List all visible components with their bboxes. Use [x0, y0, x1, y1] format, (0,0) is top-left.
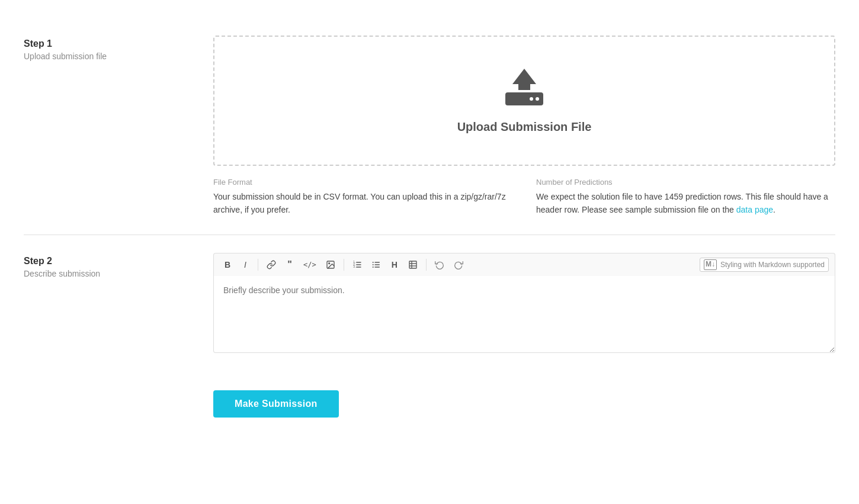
num-predictions-after: . — [773, 205, 775, 214]
svg-point-5 — [328, 262, 329, 264]
toolbar-divider-3 — [426, 259, 427, 271]
num-predictions-col: Number of Predictions We expect the solu… — [536, 178, 835, 217]
data-page-link[interactable]: data page — [736, 205, 773, 214]
file-format-heading: File Format — [213, 178, 512, 187]
svg-rect-18 — [409, 261, 416, 268]
undo-button[interactable] — [431, 257, 448, 272]
file-format-text: Your submission should be in CSV format.… — [213, 190, 512, 217]
make-submission-button[interactable]: Make Submission — [213, 390, 339, 418]
svg-marker-0 — [512, 69, 536, 90]
num-predictions-text: We expect the solution file to have 1459… — [536, 190, 835, 217]
description-textarea[interactable] — [213, 276, 835, 353]
num-predictions-heading: Number of Predictions — [536, 178, 835, 187]
step1-heading: Step 1 — [24, 38, 195, 49]
upload-title: Upload Submission File — [457, 120, 592, 134]
quote-button[interactable]: " — [282, 257, 297, 272]
file-info-row: File Format Your submission should be in… — [213, 178, 835, 217]
toolbar-divider-1 — [258, 259, 258, 271]
svg-text:3.: 3. — [353, 265, 355, 268]
svg-point-15 — [372, 262, 373, 263]
submit-section: Make Submission — [24, 373, 835, 435]
markdown-icon: M↓ — [704, 259, 717, 270]
svg-point-2 — [530, 97, 533, 101]
num-predictions-before: We expect the solution file to have 1459… — [536, 192, 828, 214]
markdown-hint: Styling with Markdown supported — [720, 261, 825, 269]
unordered-list-button[interactable] — [368, 257, 384, 272]
link-button[interactable] — [263, 257, 280, 272]
file-format-col: File Format Your submission should be in… — [213, 178, 512, 217]
markdown-toolbar: B I " </> 1.2.3. H — [213, 253, 835, 276]
step1-section: Step 1 Upload submission file U — [24, 18, 835, 235]
step2-label: Step 2 Describe submission — [24, 253, 213, 278]
page-container: Step 1 Upload submission file U — [0, 0, 859, 504]
submit-spacer — [24, 390, 213, 418]
step2-heading: Step 2 — [24, 256, 195, 267]
step1-sublabel: Upload submission file — [24, 52, 195, 61]
redo-button[interactable] — [450, 257, 467, 272]
svg-point-3 — [536, 97, 539, 101]
toolbar-divider-2 — [344, 259, 344, 271]
step2-sublabel: Describe submission — [24, 269, 195, 278]
markdown-badge: M↓ Styling with Markdown supported — [700, 258, 829, 272]
step1-content: Upload Submission File File Format Your … — [213, 36, 835, 217]
step1-label: Step 1 Upload submission file — [24, 36, 213, 61]
code-button[interactable]: </> — [300, 257, 320, 272]
ordered-list-button[interactable]: 1.2.3. — [349, 257, 366, 272]
step2-section: Step 2 Describe submission B I " </> 1.2… — [24, 235, 835, 373]
bold-button[interactable]: B — [220, 257, 235, 272]
svg-point-17 — [372, 267, 373, 268]
svg-point-16 — [372, 264, 373, 265]
italic-button[interactable]: I — [238, 257, 253, 272]
upload-dropzone[interactable]: Upload Submission File — [213, 36, 835, 166]
image-button[interactable] — [322, 257, 339, 272]
table-button[interactable] — [405, 257, 421, 272]
step2-content: B I " </> 1.2.3. H — [213, 253, 835, 355]
heading-button[interactable]: H — [387, 257, 402, 272]
upload-icon — [501, 68, 548, 111]
